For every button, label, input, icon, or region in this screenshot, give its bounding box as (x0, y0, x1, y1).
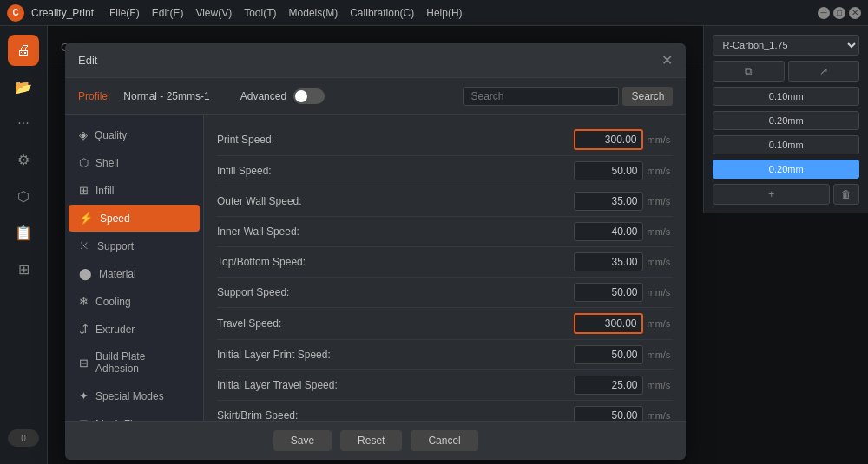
infill-speed-input[interactable] (574, 161, 643, 180)
top-bottom-speed-input[interactable] (574, 252, 643, 271)
speed-icon: ⚡ (79, 212, 93, 225)
cat-special[interactable]: ✦ Special Modes (69, 382, 200, 409)
cat-extruder[interactable]: ⇵ Extruder (69, 316, 200, 343)
shell-icon: ⬡ (79, 156, 89, 169)
initial-print-speed-label: Initial Layer Print Speed: (217, 349, 574, 361)
sidebar-icon-print[interactable]: 🖨 (8, 35, 39, 66)
cat-infill[interactable]: ⊞ Infill (69, 177, 200, 204)
delete-row: + 🗑 (713, 184, 859, 205)
cat-speed-label: Speed (100, 212, 130, 225)
sidebar-icon-models[interactable]: ⬡ (8, 180, 39, 212)
initial-travel-speed-input[interactable] (574, 376, 643, 395)
outer-wall-speed-input[interactable] (574, 192, 643, 211)
menu-help[interactable]: Help(H) (421, 5, 467, 21)
search-button[interactable]: Search (622, 87, 673, 106)
support-speed-input[interactable] (574, 283, 643, 302)
delete-profile-button[interactable]: 🗑 (833, 184, 859, 205)
save-button[interactable]: Save (273, 430, 332, 451)
profile-bar: Profile: Normal - 25mms-1 Advanced Searc… (65, 78, 686, 115)
skirt-brim-speed-input[interactable] (574, 406, 643, 421)
edit-modal: Edit ✕ Profile: Normal - 25mms-1 Advance… (65, 43, 686, 460)
advanced-toggle[interactable] (293, 88, 325, 104)
modal-body: ◈ Quality ⬡ Shell ⊞ Infill ⚡ (65, 115, 686, 421)
notification-badge[interactable]: 0 (8, 429, 39, 447)
layer-option-020-2[interactable]: 0.20mm (713, 160, 859, 179)
setting-outer-wall-speed: Outer Wall Speed: mm/s (217, 186, 673, 217)
material-select[interactable]: R-Carbon_1.75 (713, 35, 859, 56)
top-bottom-speed-container: mm/s (574, 252, 673, 271)
app-title: Creality_Print (31, 7, 94, 19)
print-speed-input[interactable] (574, 129, 643, 150)
window-controls: ─ □ ✕ (818, 7, 861, 19)
outer-wall-speed-unit: mm/s (647, 196, 673, 206)
layer-option-010-1[interactable]: 0.10mm (713, 87, 859, 106)
sidebar-icon-dots[interactable]: ··· (8, 108, 39, 139)
inner-wall-speed-input[interactable] (574, 222, 643, 241)
travel-speed-input[interactable] (574, 313, 643, 334)
reset-button[interactable]: Reset (340, 430, 402, 451)
sidebar-icon-files[interactable]: 📂 (8, 71, 39, 102)
cat-shell[interactable]: ⬡ Shell (69, 149, 200, 176)
profile-value: Normal - 25mms-1 (123, 90, 209, 102)
initial-print-speed-unit: mm/s (647, 350, 673, 360)
initial-travel-speed-container: mm/s (574, 376, 673, 395)
cat-build-plate[interactable]: ⊟ Build Plate Adhesion (69, 343, 200, 382)
cat-quality[interactable]: ◈ Quality (69, 121, 200, 148)
menu-edit[interactable]: Edit(E) (147, 5, 189, 21)
sidebar-icon-layers[interactable]: 📋 (8, 217, 39, 248)
minimize-button[interactable]: ─ (818, 7, 830, 19)
cat-infill-label: Infill (95, 185, 114, 197)
layer-option-020-1[interactable]: 0.20mm (713, 111, 859, 130)
sidebar-icon-settings[interactable]: ⚙ (8, 144, 39, 175)
support-speed-unit: mm/s (647, 287, 673, 297)
cancel-button[interactable]: Cancel (411, 430, 477, 451)
setting-travel-speed: Travel Speed: mm/s (217, 308, 673, 340)
menubar: File(F) Edit(E) View(V) Tool(T) Models(M… (104, 5, 818, 21)
action-row: ⧉ ↗ (713, 61, 859, 82)
close-button[interactable]: ✕ (849, 7, 861, 19)
initial-travel-speed-unit: mm/s (647, 380, 673, 390)
titlebar: C Creality_Print File(F) Edit(E) View(V)… (0, 0, 868, 26)
menu-view[interactable]: View(V) (190, 5, 237, 21)
add-profile-button[interactable]: + (713, 184, 830, 205)
copy-action-button[interactable]: ⧉ (713, 61, 784, 82)
support-speed-container: mm/s (574, 283, 673, 302)
cat-support-label: Support (97, 240, 134, 252)
setting-infill-speed: Infill Speed: mm/s (217, 156, 673, 186)
cat-mesh-fixes[interactable]: ⊡ Mesh Fixes (69, 410, 200, 421)
menu-file[interactable]: File(F) (104, 5, 145, 21)
cat-extruder-label: Extruder (95, 323, 135, 336)
app-body: 🖨 📂 ··· ⚙ ⬡ 📋 ⊞ 0 Creality_Print ↗ ⬇ 👤 E… (0, 26, 868, 464)
sidebar-icon-grid[interactable]: ⊞ (8, 253, 39, 284)
setting-initial-travel-speed: Initial Layer Travel Speed: mm/s (217, 370, 673, 401)
support-speed-label: Support Speed: (217, 286, 574, 298)
menu-calibration[interactable]: Calibration(C) (345, 5, 419, 21)
outer-wall-speed-label: Outer Wall Speed: (217, 195, 574, 207)
support-icon: ⛌ (79, 239, 90, 252)
infill-speed-container: mm/s (574, 161, 673, 180)
initial-print-speed-container: mm/s (574, 345, 673, 364)
export-action-button[interactable]: ↗ (788, 61, 859, 82)
left-sidebar: 🖨 📂 ··· ⚙ ⬡ 📋 ⊞ 0 (0, 26, 48, 464)
cat-speed[interactable]: ⚡ Speed (69, 205, 200, 232)
skirt-brim-speed-container: mm/s (574, 406, 673, 421)
modal-overlay: Edit ✕ Profile: Normal - 25mms-1 Advance… (48, 26, 868, 464)
cat-cooling[interactable]: ❄ Cooling (69, 288, 200, 315)
layer-option-010-2[interactable]: 0.10mm (713, 135, 859, 154)
menu-models[interactable]: Models(M) (284, 5, 344, 21)
initial-print-speed-input[interactable] (574, 345, 643, 364)
menu-tool[interactable]: Tool(T) (239, 5, 281, 21)
travel-speed-container: mm/s (574, 313, 673, 334)
setting-skirt-brim-speed: Skirt/Brim Speed: mm/s (217, 401, 673, 421)
cat-support[interactable]: ⛌ Support (69, 232, 200, 259)
top-bottom-speed-label: Top/Bottom Speed: (217, 256, 574, 268)
modal-close-button[interactable]: ✕ (661, 52, 673, 69)
right-panel: R-Carbon_1.75 ⧉ ↗ 0.10mm 0.20mm 0.10mm 0… (703, 26, 868, 213)
cat-material[interactable]: ⬤ Material (69, 260, 200, 287)
cat-material-label: Material (99, 268, 136, 280)
print-speed-unit: mm/s (647, 134, 673, 145)
search-input[interactable] (463, 87, 619, 106)
maximize-button[interactable]: □ (833, 7, 845, 19)
initial-travel-speed-label: Initial Layer Travel Speed: (217, 379, 574, 391)
setting-initial-print-speed: Initial Layer Print Speed: mm/s (217, 340, 673, 370)
